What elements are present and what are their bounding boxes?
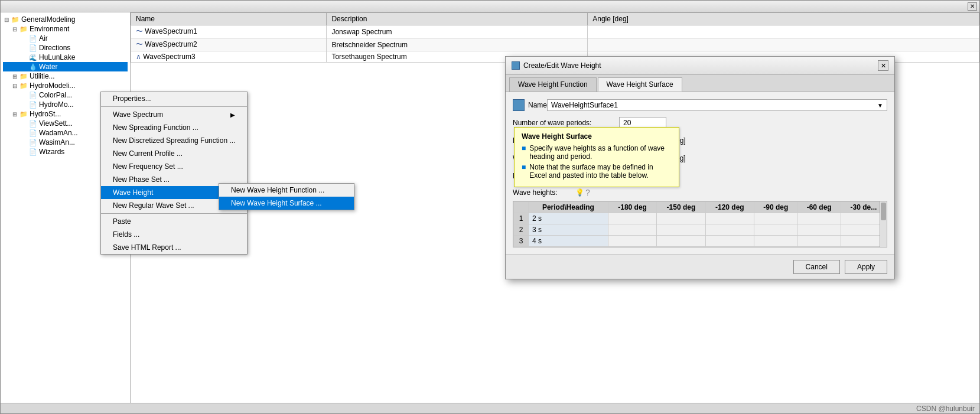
table-header-description: Description [327,13,588,25]
wave-table-cell[interactable] [657,213,705,224]
file-icon: 📄 [29,35,37,43]
wave-table-cell[interactable] [608,213,656,224]
wave-heights-row: Wave heights: 💡 ? [513,188,887,197]
scrollbar-thumb[interactable] [881,203,886,220]
submenu-item-new-function[interactable]: New Wave Height Function ... [219,184,354,197]
menu-item-wave-spectrum[interactable]: Wave Spectrum ▶ [101,108,247,121]
tooltip-item-2: ■ Note that the surface may be defined i… [522,163,672,180]
wave-table-cell[interactable] [705,224,754,236]
table-row[interactable]: 〜 WaveSpectrum1 Jonswap Spectrum [131,25,979,38]
wave-table-scrollbar[interactable] [880,201,887,247]
wave-table-cell[interactable] [754,213,797,224]
table-cell-angle [588,38,979,51]
wave-heights-table-container: Period\Heading -180 deg -150 deg -120 de… [513,201,887,247]
table-cell-name: 〜 WaveSpectrum1 [131,25,327,38]
wave-table-rownum: 1 [514,213,529,224]
expand-icon: ⊟ [12,83,19,89]
wave-table-period: 4 s [529,236,608,247]
context-menu: Properties... Wave Spectrum ▶ New Spread… [100,92,248,255]
wave-table-header-col3: -120 deg [705,202,754,213]
tree-item-general-modeling[interactable]: ⊟ 📁 GeneralModeling [3,15,128,24]
info-icon[interactable]: 💡 [575,188,584,197]
wave-table-cell[interactable] [797,224,841,236]
table-row[interactable]: 〜 WaveSpectrum2 Bretschneider Spectrum [131,38,979,51]
dialog-close-button[interactable]: ✕ [878,60,888,71]
tab-wave-height-surface[interactable]: Wave Height Surface [598,77,682,92]
name-row: Name WaveHeightSurface1 ▼ [513,99,887,111]
name-value: WaveHeightSurface1 [551,101,618,109]
tree-label: ColorPal... [39,91,72,99]
folder-icon: 📁 [19,110,28,118]
dialog-title-bar: Create/Edit Wave Height ✕ [506,57,894,75]
menu-separator [101,213,247,214]
tab-wave-height-function[interactable]: Wave Height Function [509,77,597,92]
tree-label: Directions [39,44,70,52]
wave-table-header-rownum [514,202,529,213]
name-icon [513,99,525,111]
wave-table-cell[interactable] [797,213,841,224]
wave-table-header-period: Period\Heading [529,202,608,213]
menu-item-new-spreading[interactable]: New Spreading Function ... [101,121,247,134]
wave-table-rownum: 3 [514,236,529,247]
tooltip-text-1: Specify wave heights as a function of wa… [529,144,672,161]
menu-item-new-discretized[interactable]: New Discretized Spreading Function ... [101,134,247,147]
dialog-title-text: Create/Edit Wave Height [512,61,601,70]
dropdown-arrow-icon: ▼ [877,102,883,109]
name-dropdown[interactable]: WaveHeightSurface1 ▼ [547,99,887,111]
folder-icon: 📁 [19,25,28,33]
folder-icon: 📁 [19,82,28,90]
num-wave-periods-label: Number of wave periods: [513,119,619,127]
question-icon[interactable]: ? [585,188,590,197]
tree-item-air[interactable]: 📄 Air [3,34,128,43]
file-icon: 🌊 [29,54,37,61]
submenu-item-new-surface[interactable]: New Wave Height Surface ... [219,197,354,210]
menu-item-new-current[interactable]: New Current Profile ... [101,147,247,160]
tree-item-hydro-model[interactable]: ⊟ 📁 HydroModeli... [3,81,128,90]
expand-icon: ⊞ [12,73,19,80]
cancel-button[interactable]: Cancel [793,260,840,274]
menu-item-fields[interactable]: Fields ... [101,228,247,241]
tree-label: Wizards [39,148,64,156]
tooltip-box: Wave Height Surface ■ Specify wave heigh… [514,127,679,187]
menu-item-new-frequency[interactable]: New Frequency Set ... [101,160,247,173]
menu-item-paste[interactable]: Paste [101,215,247,228]
close-button[interactable]: ✕ [968,2,977,11]
wave-table-cell[interactable] [608,236,656,247]
bullet-icon: ■ [522,163,526,171]
wave-table-cell[interactable] [705,213,754,224]
apply-button[interactable]: Apply [845,260,887,274]
menu-item-save-html[interactable]: Save HTML Report ... [101,241,247,254]
tree-item-directions[interactable]: 📄 Directions [3,43,128,53]
wave-table-rownum: 2 [514,224,529,236]
table-cell-desc: Bretschneider Spectrum [327,38,588,51]
menu-item-properties[interactable]: Properties... [101,92,247,105]
wave-table-header-col5: -60 deg [797,202,841,213]
wave-table-period: 2 s [529,213,608,224]
tree-item-environment[interactable]: ⊟ 📁 Environment [3,24,128,34]
wave-table-cell[interactable] [797,236,841,247]
table-header-name: Name [131,13,327,25]
tree-item-hulun-lake[interactable]: 🌊 HuLunLake [3,53,128,62]
wave-table-row-3[interactable]: 3 4 s [514,236,887,247]
tree-label: HydroModeli... [30,82,75,90]
tree-item-water[interactable]: 💧 Water [3,62,128,71]
tree-label: GeneralModeling [21,15,75,24]
wave-table-cell[interactable] [657,224,705,236]
wave-table-cell[interactable] [754,224,797,236]
main-table: Name Description Angle [deg] 〜 WaveSpect… [131,12,979,63]
expand-icon: ⊟ [12,26,19,32]
wave-table-cell[interactable] [608,224,656,236]
wave-table-row-1[interactable]: 1 2 s [514,213,887,224]
file-icon: 📄 [29,139,37,146]
wave-table-header-col2: -150 deg [657,202,705,213]
status-text: CSDN @hulunbuir [916,405,975,413]
wave-table-cell[interactable] [754,236,797,247]
wave-table-header-col1: -180 deg [608,202,656,213]
wave-table-row-2[interactable]: 2 3 s [514,224,887,236]
wave-table-cell[interactable] [705,236,754,247]
file-icon: 💧 [29,63,37,71]
tab-bar: Wave Height Function Wave Height Surface [506,75,894,92]
table-header-angle: Angle [deg] [588,13,979,25]
tree-item-utilities[interactable]: ⊞ 📁 Utilitie... [3,71,128,81]
wave-table-cell[interactable] [657,236,705,247]
